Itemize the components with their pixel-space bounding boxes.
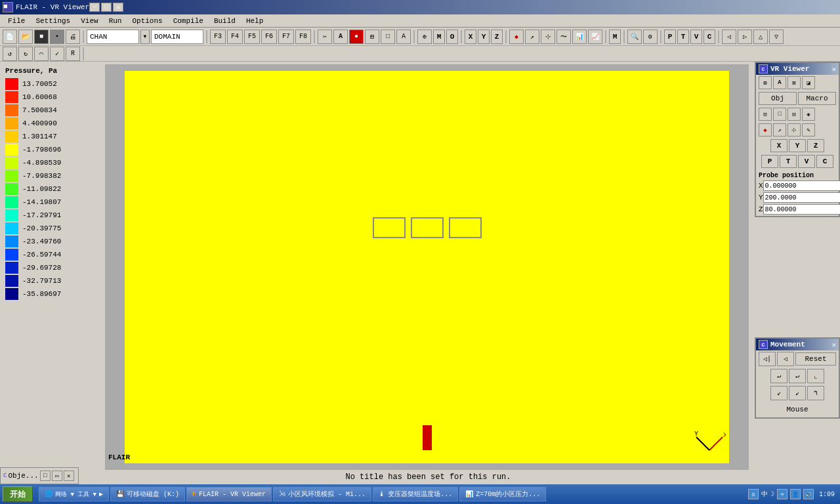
close-button[interactable]: ✕ [113, 3, 123, 12]
viewport-canvas[interactable]: X Y [105, 64, 749, 470]
mov-btn-5[interactable]: ⌞ [807, 369, 824, 383]
probe-x-input[interactable] [763, 180, 840, 191]
z-button[interactable]: Z [491, 30, 503, 44]
chan-dropdown-arrow[interactable]: ▼ [140, 30, 150, 44]
obj-max-button[interactable]: ▭ [52, 471, 62, 481]
menu-item-run[interactable]: Run [104, 16, 127, 26]
menu-item-compile[interactable]: Compile [168, 16, 209, 26]
cursor-icon[interactable]: ⊹ [541, 30, 555, 44]
open-icon[interactable]: 📂 [18, 30, 33, 44]
mov-btn-3[interactable]: ↵ [770, 369, 788, 383]
reset-button[interactable]: Reset [795, 352, 836, 366]
color-icon[interactable]: ▪ [50, 30, 64, 44]
mov-btn-8[interactable]: ↰ [807, 386, 824, 400]
vr-z-button[interactable]: Z [807, 139, 824, 152]
vr-t-button[interactable]: T [780, 155, 797, 168]
arrow-up-icon[interactable]: △ [753, 30, 768, 44]
rotate-right-icon[interactable]: ↻ [18, 47, 33, 61]
tray-icon-1[interactable]: S [748, 489, 759, 499]
o-button[interactable]: O [446, 30, 458, 44]
vr-icon-1[interactable]: ⊞ [759, 76, 772, 89]
taskbar-network[interactable]: 🌐 网络 ▼ 工具 ▼ ▶ [39, 487, 109, 501]
toolbar-m-button[interactable]: M [609, 30, 621, 44]
obj-close-button[interactable]: ✕ [64, 471, 74, 481]
arrow-right-icon[interactable]: ▷ [738, 30, 752, 44]
mov-btn-7[interactable]: ↙ [789, 386, 806, 400]
vr-icon-2[interactable]: A [773, 76, 786, 89]
toolbar-c-button[interactable]: C [704, 30, 715, 44]
tray-icon-3[interactable]: 👤 [790, 489, 801, 499]
minimize-button[interactable]: − [89, 3, 100, 12]
maximize-button[interactable]: □ [101, 3, 112, 12]
vr-icon-11[interactable]: ⊹ [788, 123, 801, 136]
menu-item-settings[interactable]: Settings [30, 16, 75, 26]
arrow-left-icon[interactable]: ◁ [722, 30, 736, 44]
text-icon[interactable]: A [396, 30, 411, 44]
arrow-down-icon[interactable]: ▽ [769, 30, 784, 44]
vr-icon-9[interactable]: ◆ [759, 123, 772, 136]
mov-btn-1[interactable]: ◁| [759, 352, 776, 366]
start-button[interactable]: 开始 [3, 486, 33, 502]
vr-v-button[interactable]: V [798, 155, 815, 168]
vr-icon-3[interactable]: ⊞ [788, 76, 801, 89]
obj-restore-button[interactable]: □ [40, 471, 51, 481]
arrow-ne-icon[interactable]: ↗ [525, 30, 539, 44]
taskbar-drive[interactable]: 💾 可移动磁盘 (K:) [110, 487, 185, 501]
curve-icon[interactable]: ⌒ [34, 47, 49, 61]
mov-btn-6[interactable]: ↙ [770, 386, 788, 400]
taskbar-sim2[interactable]: 🌡 变压器桀组温度场... [373, 487, 458, 501]
probe-y-input[interactable] [763, 192, 840, 203]
zoom-icon[interactable]: ⊕ [417, 30, 432, 44]
menu-item-view[interactable]: View [75, 16, 103, 26]
f3-button[interactable]: F3 [210, 30, 226, 44]
vr-icon-4[interactable]: ◪ [802, 76, 815, 89]
settings-icon[interactable]: ⚙ [643, 30, 658, 44]
toolbar-t-button[interactable]: T [677, 30, 689, 44]
movement-close-button[interactable]: ✕ [831, 341, 836, 349]
toolbar-p-button[interactable]: P [664, 30, 676, 44]
print-icon[interactable]: 🖨 [66, 30, 80, 44]
chart-icon[interactable]: 📊 [572, 30, 587, 44]
taskbar-sim3[interactable]: 📊 Z=70m的小区压力... [459, 487, 546, 501]
grid-icon[interactable]: ⊞ [365, 30, 379, 44]
r-btn[interactable]: R [66, 47, 80, 61]
mov-btn-4[interactable]: ↵ [789, 369, 806, 383]
menu-item-build[interactable]: Build [209, 16, 241, 26]
taskbar-sim1[interactable]: 🌬 小区风环境模拟 - Mi... [273, 487, 371, 501]
vr-y-button[interactable]: Y [789, 139, 806, 152]
f4-button[interactable]: F4 [227, 30, 243, 44]
vr-viewer-close-button[interactable]: ✕ [831, 65, 836, 74]
menu-item-options[interactable]: Options [127, 16, 167, 26]
mov-btn-2[interactable]: ◁ [777, 352, 794, 366]
probe-z-input[interactable] [763, 204, 840, 215]
vr-p-button[interactable]: P [761, 155, 778, 168]
f5-button[interactable]: F5 [244, 30, 260, 44]
new-icon[interactable]: 📄 [3, 30, 17, 44]
vr-icon-10[interactable]: ↗ [773, 123, 786, 136]
y-button[interactable]: Y [478, 30, 490, 44]
menu-item-help[interactable]: Help [241, 16, 268, 26]
red-arrow-icon[interactable]: ◆ [509, 30, 524, 44]
vr-x-button[interactable]: X [770, 139, 788, 152]
rotate-left-icon[interactable]: ↺ [3, 47, 17, 61]
vr-icon-5[interactable]: ⊡ [759, 108, 772, 121]
macro-button[interactable]: Macro [798, 92, 836, 105]
m-button[interactable]: M [433, 30, 445, 44]
f7-button[interactable]: F7 [278, 30, 294, 44]
taskbar-flair[interactable]: F FLAIR - VR Viewer [186, 487, 272, 501]
vr-icon-12[interactable]: ✎ [802, 123, 815, 136]
dot-icon[interactable]: ● [349, 30, 364, 44]
font-icon[interactable]: A [333, 30, 348, 44]
fill-icon[interactable]: ■ [34, 30, 49, 44]
f8-button[interactable]: F8 [295, 30, 311, 44]
vr-icon-7[interactable]: ⊟ [788, 108, 801, 121]
graph-icon[interactable]: 📈 [588, 30, 602, 44]
wave-icon[interactable]: 〜 [556, 30, 571, 44]
tray-icon-2[interactable]: ⌨ [777, 489, 788, 499]
vr-c-button[interactable]: C [816, 155, 833, 168]
toolbar-v-button[interactable]: V [690, 30, 702, 44]
chan-dropdown[interactable]: CHAN [87, 30, 139, 44]
vr-icon-6[interactable]: □ [773, 108, 786, 121]
scissors-icon[interactable]: ✂ [318, 30, 332, 44]
f6-button[interactable]: F6 [261, 30, 277, 44]
